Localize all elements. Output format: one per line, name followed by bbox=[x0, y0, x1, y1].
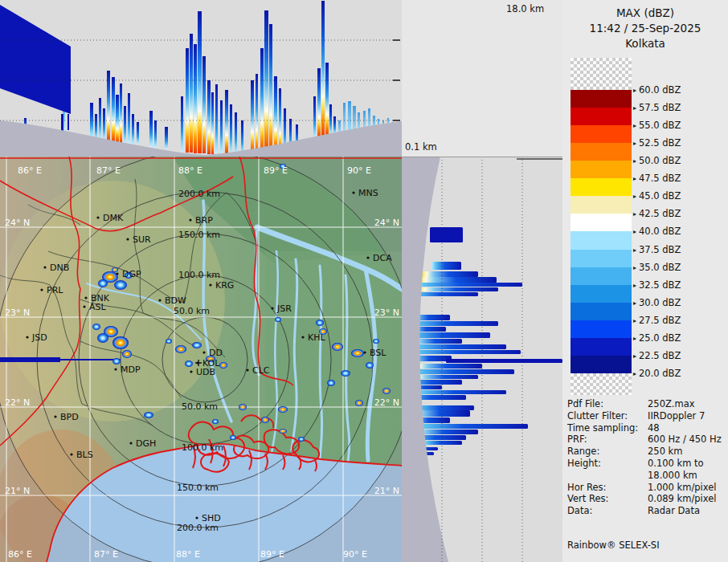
echo-bar bbox=[260, 48, 264, 154]
echo-cell bbox=[112, 267, 118, 272]
scale-band bbox=[571, 161, 632, 178]
echo-cell bbox=[144, 412, 153, 418]
metadata-row: Pdf File:250Z.max bbox=[567, 398, 726, 409]
metadata-value: 0.100 km to bbox=[648, 458, 704, 469]
echo-bar bbox=[406, 344, 506, 349]
city-dot bbox=[363, 351, 366, 353]
echo-bar bbox=[211, 92, 214, 154]
scale-label: ▸60.0 dBZ bbox=[633, 84, 681, 96]
scale-tick-arrow: ▸ bbox=[633, 246, 636, 254]
echo-bar bbox=[343, 103, 346, 133]
city-dot bbox=[366, 256, 369, 259]
scale-band bbox=[571, 125, 632, 143]
metadata-row: Clutter Filter:IIRDoppler 7 bbox=[567, 410, 726, 422]
metadata-value: 48 bbox=[648, 422, 660, 434]
echo-bar bbox=[120, 83, 122, 143]
scale-band bbox=[571, 178, 632, 196]
range-ring-label: 150.0 km bbox=[177, 483, 219, 493]
range-ring-label: 100.0 km bbox=[178, 270, 220, 280]
city-dot bbox=[26, 336, 28, 338]
city-label: BNK bbox=[91, 293, 110, 303]
latlon-label: 21° N bbox=[374, 486, 399, 496]
latlon-label: 87° E bbox=[96, 165, 121, 176]
scale-band bbox=[571, 214, 632, 231]
echo-cell bbox=[175, 345, 186, 353]
metadata-value: Radar Data bbox=[648, 505, 700, 516]
echo-cell bbox=[97, 333, 108, 343]
scale-nodata-swatch-top bbox=[571, 58, 632, 90]
latlon-label: 21° N bbox=[5, 486, 30, 496]
scale-band bbox=[571, 143, 632, 161]
scale-label: ▸47.5 dBZ bbox=[633, 173, 681, 184]
echo-bar bbox=[103, 108, 105, 140]
echo-cell bbox=[366, 362, 374, 369]
echo-bar bbox=[241, 120, 243, 155]
latlon-label: 89° E bbox=[264, 165, 288, 176]
city-dot bbox=[116, 272, 118, 275]
scale-tick-arrow: ▸ bbox=[633, 87, 636, 94]
echo-bar bbox=[325, 63, 329, 136]
latlon-label: 86° E bbox=[18, 165, 42, 176]
scale-label: ▸27.5 dBZ bbox=[633, 315, 681, 326]
scale-label: ▸35.0 dBZ bbox=[633, 262, 681, 273]
metadata-label: Data: bbox=[567, 505, 592, 516]
echo-cell bbox=[332, 343, 343, 351]
city-label: JSD bbox=[31, 332, 47, 343]
city-label: MDP bbox=[121, 364, 141, 375]
echo-bar bbox=[446, 359, 562, 363]
metadata-value: 250Z.max bbox=[648, 398, 695, 409]
scale-tick-arrow: ▸ bbox=[633, 335, 636, 342]
echo-bar bbox=[116, 95, 119, 143]
city-label: DCA bbox=[373, 253, 392, 263]
echo-cell bbox=[316, 320, 324, 326]
latlon-label: 88° E bbox=[178, 165, 202, 176]
latlon-label: 90° E bbox=[347, 165, 371, 176]
scale-label: ▸57.5 dBZ bbox=[633, 102, 681, 113]
scale-band bbox=[571, 356, 632, 373]
scale-label: ▸40.0 dBZ bbox=[633, 226, 681, 237]
metadata-row: PRF:600 Hz / 450 Hz bbox=[567, 434, 726, 445]
scale-label: ▸25.0 dBZ bbox=[633, 332, 681, 344]
echo-bar bbox=[107, 71, 110, 141]
echo-cell bbox=[166, 339, 172, 344]
scale-band bbox=[571, 231, 632, 249]
city-label: DGP bbox=[122, 269, 141, 279]
metadata-label: Vert Res: bbox=[567, 493, 608, 504]
radar-map-plot: 200.0 km150.0 km100.0 km50.0 km50.0 km10… bbox=[0, 157, 402, 562]
echo-cell bbox=[239, 404, 247, 410]
city-dot bbox=[209, 283, 211, 286]
range-ring-label: 200.0 km bbox=[177, 523, 219, 533]
metadata-value: IIRDoppler 7 bbox=[648, 410, 705, 422]
metadata-label: Height: bbox=[567, 458, 601, 469]
metadata-value: 1.000 km/pixel bbox=[648, 482, 717, 493]
scale-band bbox=[571, 90, 632, 108]
latlon-label: 22° N bbox=[5, 397, 30, 408]
echo-bar bbox=[181, 96, 183, 152]
city-dot bbox=[114, 368, 117, 370]
metadata-value: 0.089 km/pixel bbox=[648, 493, 717, 504]
city-dot bbox=[96, 216, 99, 218]
echo-bar bbox=[220, 100, 223, 154]
metadata-label: PRF: bbox=[567, 434, 587, 445]
scale-band bbox=[571, 338, 632, 356]
echo-bar bbox=[198, 11, 202, 153]
echo-cell bbox=[341, 370, 350, 377]
echo-bar bbox=[190, 34, 193, 153]
echo-cell bbox=[351, 349, 364, 357]
metadata-label: Time sampling: bbox=[567, 422, 638, 434]
city-label: CLC bbox=[252, 365, 270, 376]
scale-band bbox=[571, 196, 632, 214]
echo-cell bbox=[112, 358, 121, 364]
city-dot bbox=[43, 266, 46, 268]
city-dot bbox=[84, 296, 87, 299]
city-label: DGH bbox=[136, 438, 156, 449]
scale-label: ▸32.5 dBZ bbox=[633, 279, 681, 291]
reflectivity-profile-top bbox=[0, 0, 402, 157]
echo-bar bbox=[165, 127, 168, 149]
city-label: KRG bbox=[215, 280, 234, 291]
metadata-value: 18.000 km bbox=[648, 470, 697, 481]
echo-cell bbox=[185, 360, 193, 367]
scale-tick-arrow: ▸ bbox=[633, 264, 636, 271]
echo-bar bbox=[99, 98, 101, 140]
echo-cell bbox=[279, 429, 287, 434]
